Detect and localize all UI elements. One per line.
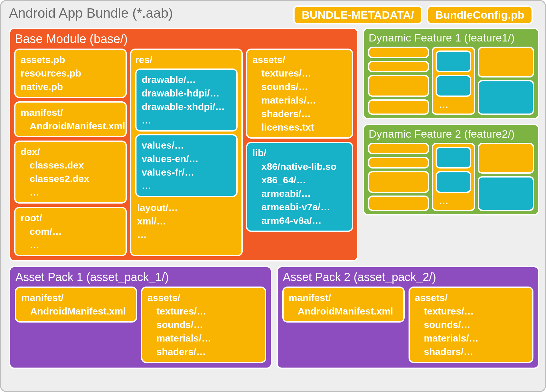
dex-box: dex/ classes.dex classes2.dex … [14,141,127,204]
asset-pack-2-title: Asset Pack 2 (asset_pack_2/) [282,270,534,284]
dyn1-box [368,61,429,72]
dex-folder: dex/ [21,145,120,159]
root-files: com/… … [21,225,120,252]
pb-files-box: assets.pb resources.pb native.pb [14,49,127,98]
dex-files: classes.dex classes2.dex … [21,159,120,199]
asset-pack-2-panel: Asset Pack 2 (asset_pack_2/) manifest/ A… [277,266,540,369]
dyn2-box [368,171,429,193]
ap1-manifest-folder: manifest/ [21,291,131,305]
res-values-box: values/… values-en/… values-fr/… … [135,134,238,197]
dyn1-inner-box [436,75,471,97]
assets-items: textures/… sounds/… materials/… shaders/… [252,67,347,134]
ap1-manifest-box: manifest/ AndroidManifest.xml [15,287,137,323]
bundle-title: Android App Bundle (*.aab) [9,5,289,21]
base-col-3: assets/ textures/… sounds/… materials/… … [246,49,353,256]
manifest-file: AndroidManifest.xml [21,119,120,133]
base-module-title: Base Module (base/) [14,32,353,46]
lib-items: x86/native-lib.so x86_64/… armeabi/… arm… [252,160,347,227]
ap2-assets-items: textures/… sounds/… materials/… shaders/… [415,305,527,359]
assets-folder: assets/ [252,53,347,67]
header-row: Android App Bundle (*.aab) BUNDLE-METADA… [9,5,539,24]
base-module-panel: Base Module (base/) assets.pb resources.… [9,28,358,261]
dynamic-feature-1-panel: Dynamic Feature 1 (feature1/) … [363,28,539,119]
bundle-metadata-folder: BUNDLE-METADATA/ [293,5,422,24]
bundle-config-file: BundleConfig.pb [427,5,533,24]
middle-row: Base Module (base/) assets.pb resources.… [9,28,539,261]
dynamic-features-column: Dynamic Feature 1 (feature1/) … [363,28,539,261]
lib-box: lib/ x86/native-lib.so x86_64/… armeabi/… [246,142,353,232]
ap2-manifest-box: manifest/ AndroidManifest.xml [282,287,405,323]
dynamic-feature-1-title: Dynamic Feature 1 (feature1/) [368,32,534,44]
ap1-manifest-file: AndroidManifest.xml [21,305,131,318]
ap2-manifest-folder: manifest/ [289,291,398,305]
dyn2-box [368,157,429,169]
asset-pack-1-panel: Asset Pack 1 (asset_pack_1/) manifest/ A… [9,266,272,369]
aab-bundle-container: Android App Bundle (*.aab) BUNDLE-METADA… [0,0,546,392]
dyn1-box [368,47,429,58]
asset-pack-1-title: Asset Pack 1 (asset_pack_1/) [15,270,266,284]
dynamic-feature-2-panel: Dynamic Feature 2 (feature2/) … [363,124,539,215]
dyn1-res-container: … [432,47,475,115]
manifest-box: manifest/ AndroidManifest.xml [14,101,127,137]
ap1-assets-box: assets/ textures/… sounds/… materials/… … [141,287,266,363]
dyn1-box [478,80,534,115]
dynamic-feature-2-title: Dynamic Feature 2 (feature2/) [368,128,534,140]
dyn1-box [478,47,534,77]
ap1-assets-folder: assets/ [147,291,260,305]
manifest-folder: manifest/ [21,106,120,119]
base-col-1: assets.pb resources.pb native.pb manifes… [14,49,127,256]
ap2-manifest-file: AndroidManifest.xml [289,305,398,318]
base-col-2: res/ drawable/… drawable-hdpi/… drawable… [130,49,243,256]
ap2-assets-folder: assets/ [415,291,527,305]
root-folder: root/ [21,211,120,225]
dyn2-box [478,143,534,174]
dyn2-ellipsis: … [436,196,471,207]
dyn1-box [368,75,429,97]
res-drawable-box: drawable/… drawable-hdpi/… drawable-xhdp… [135,68,238,132]
dyn2-box [368,143,429,154]
dyn2-box [368,196,429,211]
res-box: res/ drawable/… drawable-hdpi/… drawable… [130,49,243,256]
assets-box: assets/ textures/… sounds/… materials/… … [246,49,353,139]
res-folder: res/ [135,53,238,67]
dyn1-inner-box [436,50,471,72]
dyn1-ellipsis: … [436,99,471,111]
root-box: root/ com/… … [14,207,127,256]
ap1-assets-items: textures/… sounds/… materials/… shaders/… [147,305,260,359]
ap2-assets-box: assets/ textures/… sounds/… materials/… … [409,287,534,363]
dyn2-inner-box [436,171,471,193]
asset-packs-row: Asset Pack 1 (asset_pack_1/) manifest/ A… [9,266,539,369]
dyn2-res-container: … [432,143,475,211]
lib-folder: lib/ [252,146,347,160]
dyn2-inner-box [436,147,471,169]
dyn2-box [478,176,534,211]
res-extra-folders: layout/… xml/… … [135,200,238,242]
dyn1-box [368,99,429,115]
